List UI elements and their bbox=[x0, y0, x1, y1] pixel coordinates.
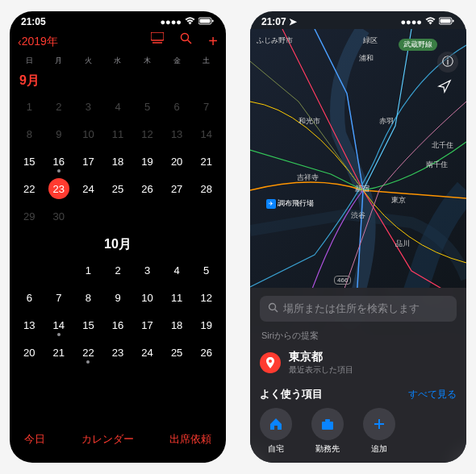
day-cell[interactable]: 27 bbox=[162, 175, 192, 202]
back-button[interactable]: ‹ 2019年 bbox=[18, 35, 58, 49]
day-cell[interactable]: 22 bbox=[73, 339, 103, 366]
info-button[interactable]: ⓘ bbox=[437, 52, 458, 73]
suggestion-subtitle: 最近表示した項目 bbox=[289, 364, 353, 376]
calendars-button[interactable]: カレンダー bbox=[81, 432, 134, 447]
svg-rect-14 bbox=[325, 419, 330, 422]
back-label: 2019年 bbox=[22, 35, 58, 49]
favorite-work[interactable]: 勤務先 bbox=[311, 408, 344, 455]
day-cell[interactable]: 5 bbox=[191, 256, 221, 284]
poi-chofu[interactable]: ✈調布飛行場 bbox=[266, 198, 314, 209]
day-cell[interactable]: 5 bbox=[132, 93, 162, 120]
day-cell[interactable]: 3 bbox=[132, 256, 162, 284]
day-cell[interactable]: 19 bbox=[132, 148, 162, 175]
suggestion-row[interactable]: 東京都 最近表示した項目 bbox=[260, 347, 457, 379]
day-cell[interactable]: 6 bbox=[162, 93, 192, 120]
day-cell[interactable]: 17 bbox=[73, 148, 103, 175]
svg-rect-1 bbox=[200, 19, 211, 23]
day-cell[interactable]: 7 bbox=[191, 93, 221, 120]
day-cell[interactable]: 8 bbox=[73, 284, 103, 311]
search-icon[interactable] bbox=[180, 32, 192, 51]
view-mode-icon[interactable] bbox=[151, 32, 164, 51]
day-cell[interactable]: 24 bbox=[132, 339, 162, 366]
day-cell[interactable]: 14 bbox=[191, 120, 221, 148]
day-cell[interactable]: 6 bbox=[15, 284, 44, 311]
day-cell[interactable]: 2 bbox=[44, 93, 74, 120]
label-shinjuku: 新宿 bbox=[355, 184, 370, 194]
day-cell[interactable]: 4 bbox=[162, 256, 192, 284]
day-cell[interactable]: 28 bbox=[191, 175, 221, 202]
day-cell[interactable]: 18 bbox=[162, 311, 192, 339]
favorite-home[interactable]: 自宅 bbox=[260, 408, 292, 455]
day-cell[interactable]: 18 bbox=[103, 148, 133, 175]
day-cell[interactable]: 11 bbox=[162, 284, 192, 311]
day-cell[interactable] bbox=[44, 256, 74, 284]
inbox-button[interactable]: 出席依頼 bbox=[169, 432, 211, 447]
clock: 21:07 ➤ bbox=[261, 16, 297, 27]
svg-point-5 bbox=[182, 34, 189, 41]
route-badge: 武蔵野線 bbox=[399, 39, 437, 51]
day-cell[interactable]: 23 bbox=[44, 175, 74, 202]
day-cell[interactable]: 23 bbox=[103, 339, 133, 366]
day-cell[interactable]: 7 bbox=[44, 284, 74, 311]
day-cell[interactable]: 9 bbox=[44, 120, 74, 148]
day-cell[interactable]: 26 bbox=[132, 175, 162, 202]
svg-point-12 bbox=[269, 360, 272, 363]
day-cell[interactable]: 20 bbox=[162, 148, 192, 175]
today-button[interactable]: 今日 bbox=[24, 432, 45, 447]
battery-icon bbox=[198, 17, 215, 27]
day-cell[interactable]: 16 bbox=[44, 148, 74, 175]
airport-icon: ✈ bbox=[266, 199, 276, 209]
weekday-row: 日月火水木金土 bbox=[10, 54, 226, 69]
day-cell[interactable]: 21 bbox=[44, 339, 74, 366]
day-cell[interactable]: 13 bbox=[15, 311, 44, 339]
day-cell[interactable]: 21 bbox=[191, 148, 221, 175]
day-cell[interactable]: 22 bbox=[15, 175, 44, 202]
locate-button[interactable] bbox=[437, 79, 458, 100]
day-cell[interactable]: 12 bbox=[191, 284, 221, 311]
search-input[interactable]: 場所または住所を検索します bbox=[260, 296, 457, 322]
svg-line-11 bbox=[275, 310, 278, 313]
map-canvas[interactable]: ふじみ野市 緑区 浦和 和光市 赤羽 北千住 南千住 吉祥寺 新宿 東京 渋谷 … bbox=[250, 29, 466, 327]
day-cell[interactable]: 14 bbox=[44, 311, 74, 339]
day-cell[interactable]: 9 bbox=[103, 284, 133, 311]
day-cell[interactable]: 3 bbox=[73, 93, 103, 120]
day-cell[interactable]: 11 bbox=[103, 120, 133, 148]
svg-rect-13 bbox=[322, 422, 333, 430]
day-cell[interactable]: 25 bbox=[162, 339, 192, 366]
day-cell[interactable]: 8 bbox=[15, 120, 44, 148]
label-kichijoji: 吉祥寺 bbox=[297, 173, 319, 183]
day-cell[interactable]: 24 bbox=[73, 175, 103, 202]
day-cell[interactable]: 30 bbox=[44, 202, 74, 230]
calendar-phone: 21:05 ●●●● ‹ 2019年 + 日月火水木金土 9月 1234567 bbox=[10, 11, 226, 463]
day-cell[interactable]: 19 bbox=[191, 311, 221, 339]
day-cell[interactable]: 10 bbox=[73, 120, 103, 148]
day-cell[interactable]: 29 bbox=[15, 202, 44, 230]
day-cell[interactable]: 10 bbox=[132, 284, 162, 311]
day-cell[interactable]: 15 bbox=[15, 148, 44, 175]
siri-heading: Siriからの提案 bbox=[261, 330, 455, 342]
day-cell[interactable]: 20 bbox=[15, 339, 44, 366]
calendar-header: ‹ 2019年 + bbox=[10, 29, 226, 54]
day-cell[interactable]: 16 bbox=[103, 311, 133, 339]
weekday: 水 bbox=[103, 56, 133, 66]
day-cell[interactable]: 26 bbox=[191, 339, 221, 366]
wifi-icon bbox=[425, 17, 436, 27]
day-cell[interactable]: 17 bbox=[132, 311, 162, 339]
suggestion-title: 東京都 bbox=[289, 350, 353, 364]
day-cell[interactable]: 1 bbox=[73, 256, 103, 284]
day-cell[interactable]: 4 bbox=[103, 93, 133, 120]
month-oct-grid: 1234567891011121314151617181920212223242… bbox=[10, 256, 226, 366]
day-cell[interactable] bbox=[15, 256, 44, 284]
label-minamisenju: 南千住 bbox=[426, 160, 448, 170]
month-label-sep: 9月 bbox=[10, 69, 226, 93]
day-cell[interactable]: 25 bbox=[103, 175, 133, 202]
favorite-plus[interactable]: 追加 bbox=[363, 408, 395, 455]
see-all-button[interactable]: すべて見る bbox=[408, 388, 457, 401]
add-icon[interactable]: + bbox=[208, 32, 218, 51]
label-akabane: 赤羽 bbox=[379, 116, 394, 127]
day-cell[interactable]: 15 bbox=[73, 311, 103, 339]
day-cell[interactable]: 1 bbox=[15, 93, 44, 120]
day-cell[interactable]: 13 bbox=[162, 120, 192, 148]
day-cell[interactable]: 2 bbox=[103, 256, 133, 284]
day-cell[interactable]: 12 bbox=[132, 120, 162, 148]
